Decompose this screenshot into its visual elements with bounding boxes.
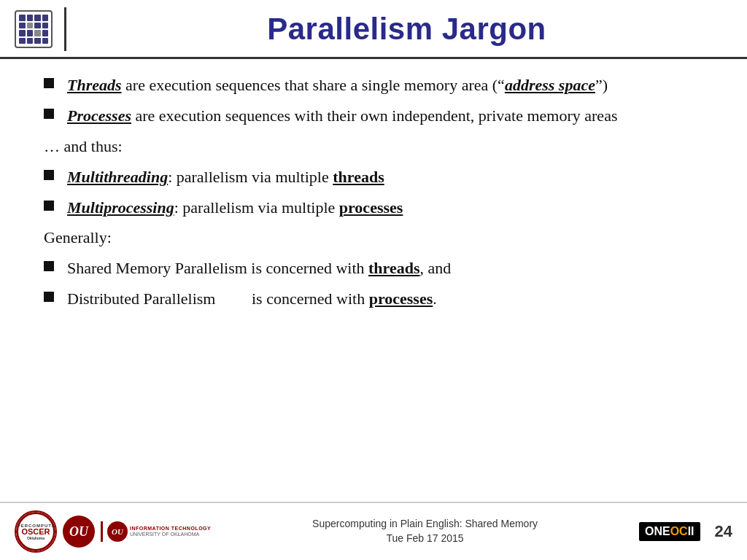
it-logo-top: INFORMATION TECHNOLOGY: [130, 526, 211, 532]
ou-label: OU: [69, 524, 88, 540]
oscer-label: OSCER: [21, 528, 50, 536]
bullet-square-icon: [44, 170, 54, 180]
footer-line2: Tue Feb 17 2015: [312, 532, 538, 546]
it-logo: OU INFORMATION TECHNOLOGY UNIVERSITY OF …: [101, 521, 211, 542]
grid-cell: [27, 38, 34, 44]
bullet-text-distributed: Distributed Parallelism is concerned wit…: [67, 287, 703, 311]
bullet-square-icon: [44, 109, 54, 119]
slide-content: Threads are execution sequences that sha…: [0, 59, 747, 502]
footer-line1: Supercomputing in Plain English: Shared …: [312, 517, 538, 532]
term-address-space: address space: [505, 76, 595, 94]
slide: Parallelism Jargon Threads are execution…: [0, 0, 747, 560]
bullet-square-icon: [44, 78, 54, 88]
bullet-text-threads: Threads are execution sequences that sha…: [67, 74, 703, 97]
oneocii-one: ONEOCII: [645, 525, 694, 538]
bullet-item-multithreading: Multithreading: parallelism via multiple…: [44, 166, 703, 189]
term-processes-ref: processes: [339, 198, 403, 217]
header-logo-grid: [15, 10, 53, 48]
term-processes-ref2: processes: [369, 289, 433, 308]
header: Parallelism Jargon: [0, 0, 747, 59]
grid-cell: [27, 15, 34, 21]
bullet-item-multiprocessing: Multiprocessing: parallelism via multipl…: [44, 196, 703, 219]
grid-cell: [42, 38, 49, 44]
ou-logo: OU: [63, 516, 95, 548]
bullet-text-shared-memory: Shared Memory Parallelism is concerned w…: [67, 257, 703, 280]
processes-text1: are execution sequences with their own i…: [131, 106, 617, 125]
shared-memory-text2: , and: [420, 259, 452, 277]
multiprocessing-text1: : parallelism via multiple: [174, 198, 339, 217]
grid-cell: [42, 15, 49, 21]
grid-cell: [34, 38, 41, 44]
grid-cell: [34, 23, 41, 29]
oneocii-logo: ONEOCII: [639, 522, 700, 541]
second-bullet-list: Multithreading: parallelism via multiple…: [44, 166, 703, 219]
grid-cell: [19, 30, 26, 36]
one-text: ONE: [645, 525, 670, 537]
multithreading-text1: : parallelism via multiple: [168, 168, 333, 186]
grid-cell: [19, 38, 26, 44]
ou-small-logo: OU: [107, 521, 128, 542]
term-multiprocessing: Multiprocessing: [67, 198, 174, 217]
bullet-item-distributed: Distributed Parallelism is concerned wit…: [44, 287, 703, 311]
threads-text1: are execution sequences that share a sin…: [122, 76, 505, 94]
bullet-text-multiprocessing: Multiprocessing: parallelism via multipl…: [67, 196, 703, 219]
ii-text: II: [688, 525, 694, 537]
thus-line: … and thus:: [44, 135, 703, 158]
shared-memory-text1: Shared Memory Parallelism is concerned w…: [67, 259, 368, 277]
grid-cell: [42, 23, 49, 29]
oscer-logo: SUPERCOMPUTING OSCER Oklahoma: [15, 510, 57, 553]
page-number: 24: [715, 522, 732, 541]
footer-right: ONEOCII 24: [639, 522, 732, 541]
bullet-text-processes: Processes are execution sequences with t…: [67, 104, 703, 128]
third-bullet-list: Shared Memory Parallelism is concerned w…: [44, 257, 703, 311]
term-threads-ref2: threads: [368, 259, 420, 277]
distributed-text2: .: [433, 289, 437, 308]
oc-text: OC: [670, 525, 688, 537]
bullet-item-processes: Processes are execution sequences with t…: [44, 104, 703, 128]
footer-center: Supercomputing in Plain English: Shared …: [312, 517, 538, 545]
generally-line: Generally:: [44, 226, 703, 249]
oscer-inner: SUPERCOMPUTING OSCER Oklahoma: [16, 512, 55, 551]
grid-cell: [27, 23, 34, 29]
it-logo-bottom: UNIVERSITY OF OKLAHOMA: [130, 532, 211, 537]
threads-text2: ”): [595, 76, 608, 94]
bullet-square-icon: [44, 261, 54, 271]
grid-cell: [34, 15, 41, 21]
bullet-square-icon: [44, 292, 54, 302]
main-bullet-list: Threads are execution sequences that sha…: [44, 74, 703, 128]
grid-cell: [19, 15, 26, 21]
bullet-item-shared-memory: Shared Memory Parallelism is concerned w…: [44, 257, 703, 280]
term-processes: Processes: [67, 106, 131, 125]
term-threads-ref: threads: [333, 168, 384, 186]
grid-cell: [27, 30, 34, 36]
footer-logos: SUPERCOMPUTING OSCER Oklahoma OU OU INFO: [15, 510, 211, 553]
header-divider: [64, 7, 66, 51]
slide-title: Parallelism Jargon: [81, 12, 732, 47]
footer: SUPERCOMPUTING OSCER Oklahoma OU OU INFO: [0, 502, 747, 560]
bullet-square-icon: [44, 201, 54, 211]
bullet-text-multithreading: Multithreading: parallelism via multiple…: [67, 166, 703, 189]
term-threads: Threads: [67, 76, 122, 94]
bullet-item-threads: Threads are execution sequences that sha…: [44, 74, 703, 97]
grid-cell: [34, 30, 41, 36]
grid-cell: [19, 23, 26, 29]
it-logo-text: INFORMATION TECHNOLOGY UNIVERSITY OF OKL…: [130, 526, 211, 538]
grid-cell: [42, 30, 49, 36]
distributed-text1: Distributed Parallelism is concerned wit…: [67, 289, 369, 308]
term-multithreading: Multithreading: [67, 168, 168, 186]
